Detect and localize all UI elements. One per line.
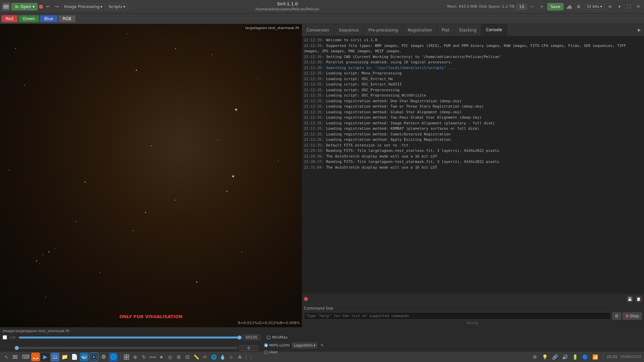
copy-cmd-icon[interactable]: 📋 [635, 296, 642, 302]
tab-conversion[interactable]: Conversion [302, 24, 334, 36]
stop-dot[interactable] [304, 297, 308, 301]
svg-rect-9 [13, 358, 17, 359]
min-max-option[interactable]: Min/Max [267, 335, 287, 340]
tab-console[interactable]: Console [481, 24, 507, 36]
stop-button[interactable]: Stop [623, 312, 642, 320]
log-line: 22:12:35: Loading registration method: I… [304, 121, 642, 126]
star-icon[interactable]: ★ [158, 353, 165, 361]
log-line: 22:12:35: Loading registration method: T… [304, 115, 642, 121]
log-line: 22:12:35: Welcome to siril v1.1.0 [304, 38, 642, 43]
mode-apply-icon[interactable]: ✎ [318, 342, 326, 349]
taskbar-browser-icon[interactable]: 🌐 [109, 353, 118, 361]
zoom-fit-icon[interactable] [123, 353, 130, 361]
tab-rgb[interactable]: RGB [58, 15, 76, 22]
flip-h-icon[interactable]: ⟺ [149, 353, 156, 361]
bit-depth-dropdown[interactable]: 32 bits ▾ [584, 3, 604, 10]
command-input[interactable] [304, 312, 611, 320]
tray-settings-icon[interactable]: ⚙ [531, 353, 539, 361]
log-line: 22:12:35: Default FITS extension is set … [304, 143, 642, 148]
threads-plus[interactable]: + [538, 3, 545, 10]
wcs-icon[interactable]: 🌐 [210, 353, 217, 361]
taskbar-files-icon[interactable]: 🗂 [51, 353, 59, 361]
list-tool-icon[interactable] [11, 353, 19, 361]
tray-light-icon[interactable]: 💡 [541, 353, 549, 361]
zoom-selection-icon[interactable]: ⊕ [131, 353, 139, 361]
align-icon[interactable]: ⊹ [227, 353, 235, 361]
taskbar-firefox-icon[interactable]: 🦊 [31, 353, 40, 361]
expand-right-icon[interactable]: ▶ [636, 27, 643, 34]
image-area[interactable]: largelagoon-test_starmask.fit ONLY FOR V… [0, 24, 302, 327]
threads-input[interactable]: 16 [517, 4, 527, 10]
target-icon[interactable]: ◎ [166, 353, 174, 361]
taskbar-terminal-icon[interactable]: ⌨ [21, 353, 30, 361]
ready-status: Ready. [304, 321, 642, 325]
save-cmd-icon[interactable]: 💾 [627, 296, 633, 302]
tray-network-icon[interactable]: 🔗 [551, 353, 559, 361]
hi-slider-thumb[interactable] [237, 336, 241, 340]
scripts-dropdown[interactable]: Scripts ▾ [106, 3, 128, 10]
mode-dropdown[interactable]: Logarithm ▾ [292, 343, 317, 348]
display-icon[interactable]: 🖥 [575, 3, 582, 10]
tab-sequence[interactable]: Sequence [334, 24, 364, 36]
cursor-tool-icon[interactable]: ↖ [3, 353, 10, 361]
cut-checkbox[interactable] [3, 335, 7, 340]
close-icon[interactable]: ✕ [635, 3, 642, 10]
tray-battery-icon[interactable]: 🔋 [572, 353, 579, 361]
tab-preprocessing[interactable]: Pre-processing [364, 24, 403, 36]
menu-dots-icon[interactable]: ≡ [606, 3, 614, 10]
right-panel: Conversion Sequence Pre-processing Regis… [302, 24, 644, 327]
console-log[interactable]: 22:12:35: Welcome to siril v1.1.0 22:12:… [302, 36, 644, 294]
taskbar-siril-icon[interactable] [90, 353, 98, 361]
grid-icon[interactable]: ⊞ [175, 353, 182, 361]
tray-wifi-icon[interactable]: 📶 [592, 353, 599, 361]
tab-registration[interactable]: Registration [403, 24, 437, 36]
tab-plot[interactable]: Plot [437, 24, 454, 36]
tab-blue[interactable]: Blue [40, 15, 58, 22]
svg-rect-11 [124, 355, 126, 357]
taskbar-notes-icon[interactable]: 📄 [70, 353, 79, 361]
pixel-info: R=0.012%/G=0.012%/B=0.008% [238, 321, 300, 325]
fullscreen-icon[interactable]: ⛶ [625, 3, 633, 10]
open-button[interactable]: Open ▾ [11, 3, 38, 10]
taskbar-settings-icon[interactable]: ⚙ [99, 353, 108, 361]
log-line: 22:12:35: Supported file types: BMP imag… [304, 43, 642, 54]
user-option[interactable]: User [264, 350, 326, 354]
taskbar-terminal2-icon[interactable]: ▶ [41, 353, 50, 361]
hi-slider[interactable] [19, 337, 240, 339]
lo-slider[interactable] [16, 347, 237, 349]
command-header: Command line [304, 306, 642, 311]
min-max-radio[interactable] [267, 336, 271, 340]
tray-audio-icon[interactable]: 🔊 [561, 353, 569, 361]
crop-icon[interactable]: ⛝ [184, 353, 191, 361]
lo-slider-thumb[interactable] [15, 346, 19, 350]
psf-icon[interactable] [236, 353, 244, 361]
tab-red[interactable]: Red [1, 15, 18, 22]
undo-icon[interactable]: ↩ [44, 3, 52, 10]
menu-icon[interactable] [2, 3, 10, 11]
channels-icon[interactable]: ⋮⋮ [245, 353, 252, 361]
measure-icon[interactable]: 📏 [193, 353, 200, 361]
taskbar-folder-icon[interactable]: 📁 [60, 353, 69, 361]
mips-radio[interactable] [264, 343, 268, 347]
histogram-icon[interactable] [566, 3, 573, 10]
save-button[interactable]: Save [547, 3, 563, 10]
image-processing-dropdown[interactable]: Image Processing ▾ [62, 3, 105, 10]
tab-green[interactable]: Green [18, 15, 39, 22]
log-line: 22:12:35: Loading script: Mono_Preproces… [304, 71, 642, 76]
hi-value: 65535 [242, 335, 261, 340]
threads-minus[interactable]: − [529, 3, 536, 10]
app-title: Siril-1.1.0 /home/adrian/astro/Pelican/P… [129, 1, 446, 12]
taskbar-sep1 [120, 354, 120, 360]
redo-icon[interactable]: ↪ [53, 3, 60, 10]
log-line: 22:29:33: Reading FITS: file largelagoon… [304, 148, 642, 154]
user-radio[interactable] [264, 350, 268, 354]
cmd-run-icon[interactable]: ⚙ [612, 312, 621, 320]
tray-bluetooth-icon[interactable]: 🔵 [582, 353, 589, 361]
collapse-icon[interactable]: ▾ [616, 3, 623, 10]
taskbar-docker-icon[interactable]: 🐳 [80, 353, 89, 361]
mips-option[interactable]: MIPS-LO/HI Logarithm ▾ ✎ [264, 342, 326, 349]
tab-stacking[interactable]: Stacking [454, 24, 482, 36]
annotate-icon[interactable]: ✍ [201, 353, 209, 361]
rotate-icon[interactable]: ↻ [140, 353, 148, 361]
color-picker-icon[interactable]: 💧 [219, 353, 226, 361]
